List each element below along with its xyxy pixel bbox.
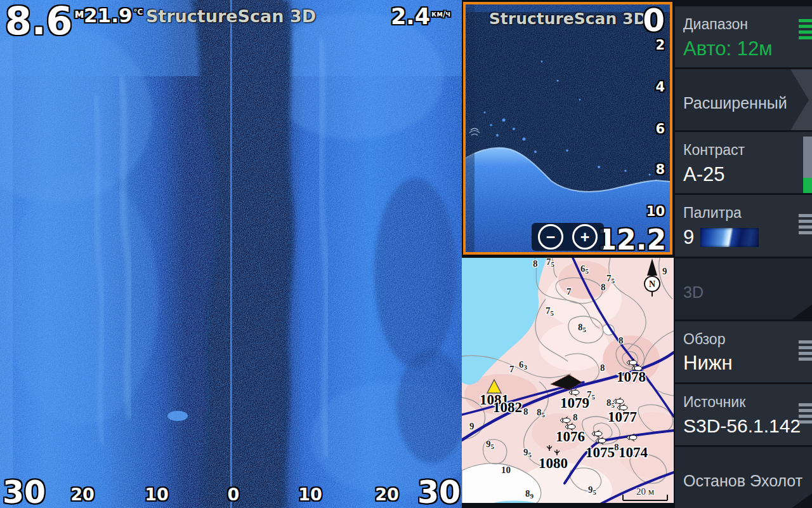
menu-item-value: Нижн	[683, 352, 812, 375]
menu-item-value: Авто: 12м	[683, 37, 812, 60]
menu-item-stop-sonar[interactable]: Останов Эхолот	[675, 447, 812, 508]
palette-preview	[700, 228, 759, 247]
menu-lines-icon	[799, 214, 812, 237]
range-label: 10	[145, 485, 169, 504]
svg-text:8: 8	[523, 406, 528, 417]
speed-unit: км/ч	[431, 10, 451, 18]
menu-item-advanced[interactable]: Расширенный	[675, 69, 812, 130]
menu-item-label: Палитра	[683, 204, 812, 222]
menu-item-label: Контраст	[683, 141, 812, 159]
menu-item-source[interactable]: Источник S3D-56.1.142	[675, 384, 812, 445]
middle-column: StructureScan 3D 0 2 4 6 8 10 12.2 − +	[462, 0, 675, 508]
svg-text:1079: 1079	[560, 395, 589, 411]
sidescan-panel[interactable]: 8.6м 21.9°C StructureScan 3D 2.4км/ч 30 …	[0, 0, 462, 508]
svg-text:8: 8	[573, 412, 578, 422]
fold-corner-icon	[792, 305, 812, 319]
svg-text:20 м: 20 м	[636, 486, 655, 497]
svg-text:7: 7	[509, 364, 514, 374]
svg-text:9: 9	[469, 421, 475, 431]
svg-text:1074: 1074	[619, 444, 648, 460]
downscan-title: StructureScan 3D	[466, 10, 670, 28]
svg-text:1082: 1082	[493, 399, 522, 415]
svg-text:8: 8	[619, 335, 624, 345]
zoom-control: − +	[532, 223, 604, 251]
menu-item-label: Диапазон	[683, 15, 812, 34]
menu-item-value: 9	[683, 226, 812, 249]
menu-sidebar: Диапазон Авто: 12м Расширенный Контраст …	[675, 0, 812, 508]
menu-item-3d: 3D	[675, 258, 812, 319]
chart-panel[interactable]: N 20 м 8 75 65 75 8 7 9 75 85 8 6	[462, 258, 674, 503]
svg-text:1078: 1078	[617, 369, 646, 385]
svg-text:9: 9	[662, 266, 667, 276]
sonar-screen: 8.6м 21.9°C StructureScan 3D 2.4км/ч 30 …	[0, 0, 812, 508]
depth-tick: 4	[655, 79, 665, 95]
depth-tick: 0	[643, 2, 665, 39]
speed-readout: 2.4км/ч	[391, 4, 451, 29]
depth-tick: 10	[646, 204, 665, 219]
svg-text:1077: 1077	[608, 409, 637, 425]
svg-text:7: 7	[566, 286, 572, 297]
svg-text:N: N	[649, 279, 655, 289]
menu-item-value: S3D-56.1.142	[683, 415, 812, 437]
downscan-panel[interactable]: StructureScan 3D 0 2 4 6 8 10 12.2 − +	[463, 2, 672, 255]
downscan-depth-value: 12.2	[597, 224, 666, 255]
depth-tick: 2	[655, 37, 665, 53]
contrast-slider[interactable]	[803, 137, 812, 193]
svg-text:8: 8	[533, 258, 538, 269]
fold-corner-icon	[792, 493, 812, 508]
menu-item-label: Источник	[683, 393, 812, 411]
downscan-image	[466, 4, 670, 252]
menu-item-contrast[interactable]: Контраст А-25	[675, 132, 812, 193]
svg-text:1075: 1075	[586, 444, 615, 460]
menu-item-label: Расширенный	[683, 93, 812, 113]
range-label: 30	[3, 474, 46, 508]
svg-text:1076: 1076	[556, 429, 585, 444]
svg-text:1080: 1080	[539, 455, 568, 471]
zoom-out-button[interactable]: −	[538, 224, 563, 250]
menu-item-palette[interactable]: Палитра 9	[675, 195, 812, 256]
contrast-slider-fill	[803, 178, 812, 193]
range-label: 0	[228, 485, 240, 504]
sidescan-image	[0, 0, 462, 508]
menu-item-view[interactable]: Обзор Нижн	[675, 321, 812, 382]
range-label: 20	[375, 485, 399, 504]
svg-text:8: 8	[600, 363, 605, 373]
svg-text:8: 8	[601, 282, 606, 292]
svg-text:10: 10	[501, 465, 511, 475]
menu-item-value: А-25	[683, 163, 812, 186]
menu-item-range[interactable]: Диапазон Авто: 12м	[675, 6, 812, 67]
menu-item-label: Обзор	[683, 330, 812, 349]
menu-item-label: Останов Эхолот	[683, 471, 812, 491]
menu-lines-icon	[799, 19, 812, 42]
range-label: 10	[298, 485, 322, 504]
depth-tick: 6	[655, 121, 665, 137]
range-label: 20	[70, 485, 95, 504]
menu-lines-icon	[799, 340, 812, 363]
menu-item-label: 3D	[683, 283, 812, 302]
menu-lines-icon	[799, 403, 812, 426]
range-label: 30	[417, 474, 461, 508]
depth-tick: 8	[655, 162, 665, 177]
zoom-in-button[interactable]: +	[572, 224, 598, 250]
